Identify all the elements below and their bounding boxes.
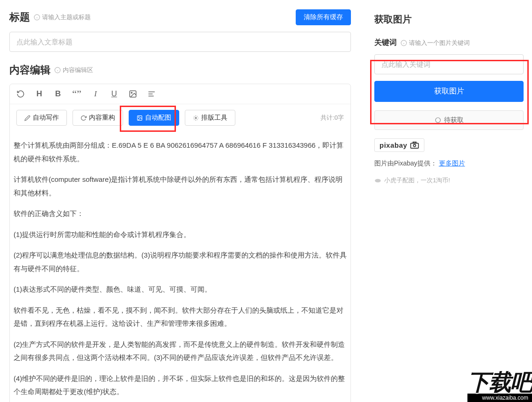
svg-point-21	[375, 179, 381, 182]
keyword-label: 关键词	[374, 38, 397, 48]
paragraph: 计算机软件(computer software)是指计算机系统中除硬件以外的所有…	[14, 173, 347, 200]
paragraph: (4)维护不同的硬件是旧的，理论上软件是旧的，并不坏，但实际上软件也是旧的和坏的…	[14, 372, 347, 399]
pixabay-badge: pixabay	[374, 138, 424, 152]
camera-icon	[410, 142, 419, 149]
title-input[interactable]	[9, 32, 351, 52]
sidebar-title: 获取图片	[374, 13, 524, 26]
content-hint: 内容编辑区	[63, 66, 93, 74]
paragraph: 整个计算机系统由两部分组成：E.69DA 5 E 6 BA 9062616964…	[14, 139, 347, 165]
heading-icon[interactable]: H	[35, 90, 44, 98]
title-section: 标题 请输入主题或标题 清除所有缓存	[9, 9, 351, 52]
credit-text: 小虎子配图，一次1淘币!	[384, 176, 450, 185]
paragraph: (1)表达形式不同的硬件类型、颜色、味道、可见、可摸、可闻。	[14, 283, 347, 296]
underline-icon[interactable]: U	[110, 90, 118, 98]
info-icon	[401, 40, 407, 46]
italic-icon[interactable]: I	[91, 90, 100, 98]
paragraph: 软件的正确含义如下：	[14, 207, 347, 221]
quote-icon[interactable]: “”	[73, 90, 81, 98]
word-count: 共计:0字	[321, 114, 344, 122]
status-bar: 待获取	[374, 110, 524, 130]
auto-image-button[interactable]: 自动配图	[129, 110, 179, 126]
content-section: 内容编辑 内容编辑区 H B “” I U	[9, 63, 351, 402]
coin-icon	[374, 177, 381, 184]
pixabay-label: pixabay	[379, 141, 407, 149]
image-sidebar: 获取图片 关键词 请输入一个图片关键词 获取图片 待获取 pixabay 图片由…	[360, 0, 532, 402]
title-label: 标题	[9, 10, 30, 24]
undo-icon[interactable]	[16, 90, 25, 98]
watermark-logo: 下载吧	[467, 371, 532, 394]
align-icon[interactable]	[147, 90, 156, 98]
paragraph: (2)生产方式不同的软件是开发，是人类智能的高发挥，而不是传统意义上的硬件制造。…	[14, 338, 347, 365]
paragraph: 软件看不见，无色，枯燥，看不见，摸不到，闻不到。软件大部分存在于人们的头脑或纸上…	[14, 304, 347, 330]
keyword-hint: 请输入一个图片关键词	[409, 39, 470, 47]
svg-point-13	[195, 117, 197, 118]
editor-box: H B “” I U 自动写作	[9, 84, 351, 402]
action-toolbar: 自动写作 内容重构 自动配图 排版工具 共计:0字	[10, 104, 350, 131]
svg-point-12	[138, 116, 139, 117]
svg-rect-18	[411, 143, 419, 148]
bold-icon[interactable]: B	[54, 90, 62, 98]
svg-rect-20	[413, 142, 416, 144]
paragraph: (1)提供运行时所需功能和性能的命令或计算机程序集合。	[14, 228, 347, 242]
editor-body[interactable]: 整个计算机系统由两部分组成：E.69DA 5 E 6 BA 9062616964…	[10, 131, 350, 402]
watermark: 下载吧 www.xiazaiba.com	[467, 371, 532, 402]
image-icon[interactable]	[129, 90, 137, 98]
info-icon	[54, 67, 61, 73]
svg-point-19	[414, 144, 416, 147]
more-images-link[interactable]: 更多图片	[439, 159, 465, 167]
content-label: 内容编辑	[9, 63, 51, 77]
clear-cache-button[interactable]: 清除所有缓存	[296, 9, 351, 25]
provider-line: 图片由Pixabay提供： 更多图片	[374, 159, 524, 168]
keyword-input[interactable]	[374, 54, 524, 74]
credit-line: 小虎子配图，一次1淘币!	[374, 176, 524, 185]
watermark-url: www.xiazaiba.com	[467, 394, 532, 402]
info-icon	[34, 14, 40, 21]
format-toolbar: H B “” I U	[10, 84, 350, 104]
status-text: 待获取	[444, 116, 464, 124]
svg-point-7	[131, 92, 132, 93]
loading-icon	[435, 117, 441, 123]
restructure-label: 内容重构	[89, 114, 115, 122]
auto-image-label: 自动配图	[145, 114, 171, 122]
layout-tool-button[interactable]: 排版工具	[185, 110, 235, 126]
layout-tool-label: 排版工具	[201, 114, 227, 122]
paragraph: (2)程序可以满意地处理信息的数据结构。(3)说明程序功能要求和程序需要的文档的…	[14, 249, 347, 275]
restructure-button[interactable]: 内容重构	[73, 110, 123, 126]
title-hint: 请输入主题或标题	[42, 13, 91, 22]
auto-write-label: 自动写作	[33, 114, 59, 122]
auto-write-button[interactable]: 自动写作	[16, 110, 67, 126]
fetch-image-button[interactable]: 获取图片	[374, 81, 524, 102]
svg-point-17	[435, 118, 440, 123]
